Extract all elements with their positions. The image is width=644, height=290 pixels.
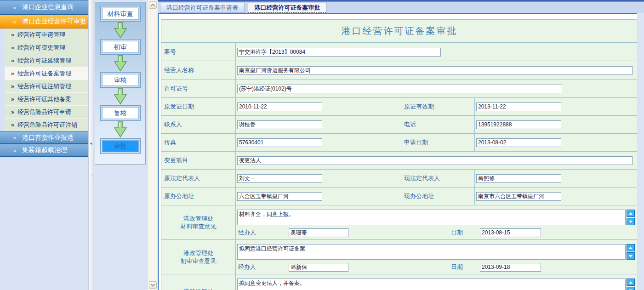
workflow-step-label: 初审 [102,41,139,53]
first-review-date-input[interactable] [480,263,541,272]
phone-label: 电话 [401,116,475,134]
sidebar-submenu: » 经营许可申请管理 » 经营许可变更管理 » 经营许可证延续管理 » 经营许可… [0,28,88,131]
phone-input[interactable] [476,120,561,129]
contact-person-input[interactable] [237,120,322,129]
apply-date-input[interactable] [476,138,561,147]
chevron-right-icon: » [11,109,17,115]
sidebar-subitem-license-change[interactable]: » 经营许可变更管理 [5,41,88,54]
operator-name-input[interactable] [237,66,633,75]
sidebar-splitter[interactable]: ◄ ⋮ [88,0,93,290]
orig-issue-date-input[interactable] [237,102,322,111]
chevron-right-icon: » [13,4,22,11]
chevron-right-icon: » [11,96,17,102]
orig-issue-date-label: 原发证日期 [161,98,236,116]
scroll-down-button[interactable] [149,281,157,289]
sidebar-item-label: 港口普货作业报港 [22,134,74,142]
arrow-up-icon [629,212,633,215]
spinner-down-button[interactable] [627,218,635,225]
arrow-down-icon [629,221,633,223]
sidebar-nav: » 港口企业信息查询 » 港口企业经营许可审批 » 经营许可申请管理 » 经营许… [0,0,88,290]
spinner-buttons [627,279,635,290]
sidebar-item-container-overload[interactable]: » 集装箱超载治理 [0,144,88,157]
change-item-label: 变更项目 [161,152,236,170]
date-label: 日期 [451,228,463,237]
workflow-step-recheck[interactable]: 复核 [100,105,141,121]
case-no-label: 案号 [161,43,236,61]
opinion-type: 材料审查意见 [161,222,235,230]
case-no-input[interactable] [237,48,441,57]
chevron-right-icon: » [11,32,17,38]
form-panel: 港口经营许可证备案审批 案号 经营人名称 许可证号 [158,13,637,290]
arrow-down-icon [114,88,127,105]
scroll-up-button[interactable] [149,1,157,9]
chevron-right-icon: » [11,57,17,64]
material-review-date-input[interactable] [480,228,541,237]
workflow-step-material-review[interactable]: 材料审查 [100,6,141,22]
sidebar-subitem-license-other-record[interactable]: » 经营许可证其他备案 [5,93,88,106]
chevron-up-icon [151,4,155,8]
chevron-right-icon: » [13,134,22,141]
sidebar-subitem-license-extend[interactable]: » 经营许可证延续管理 [5,54,88,67]
spinner-up-button[interactable] [627,279,635,286]
sidebar-item-cargo-report[interactable]: » 港口普货作业报港 [0,131,88,144]
orig-office-addr-input[interactable] [237,192,322,201]
workflow-step-first-review[interactable]: 初审 [100,39,141,55]
sidebar-item-port-info-query[interactable]: » 港口企业信息查询 [0,0,88,15]
sidebar-subitem-dangerous-cancel[interactable]: » 经营危险品许可证注销 [5,119,88,131]
chevron-right-icon: » [11,70,17,77]
workflow-step-label: 材料审查 [102,8,139,20]
orig-valid-date-label: 原证有效期 [401,98,475,116]
material-review-comment-textarea[interactable]: 材料齐全，同意上报。 [237,210,626,225]
operator-name-label: 经营人名称 [161,61,236,80]
sidebar-subitem-dangerous-apply[interactable]: » 经营危险品许可申请 [5,106,88,119]
dept-name: 港政管理处 [161,249,235,257]
sidebar-subitem-license-record[interactable]: » 经营许可证备案管理 [5,67,88,80]
arrow-down-icon [629,255,633,257]
subitem-label: 经营危险品许可证注销 [17,121,77,129]
tab-bar: 港口经营许可证备案申请表 港口经营许可证备案审批 [158,0,644,13]
orig-valid-date-input[interactable] [476,102,561,111]
tab-record-approval[interactable]: 港口经营许可证备案审批 [248,3,326,13]
spinner-buttons [627,244,635,261]
subitem-label: 经营许可证注销管理 [17,82,71,91]
sidebar-item-label: 港口企业经营许可审批 [22,17,86,26]
workflow-step-label: 审批 [102,140,139,152]
tab-application-form[interactable]: 港口经营许可证备案申请表 [160,3,245,13]
spinner-down-button[interactable] [627,287,635,290]
orig-legal-rep-input[interactable] [237,174,322,183]
sidebar-item-license-approval[interactable]: » 港口企业经营许可审批 [0,15,88,28]
vertical-scrollbar[interactable] [148,0,158,290]
spinner-up-button[interactable] [627,210,635,217]
material-review-handler-input[interactable] [289,228,348,237]
change-item-input[interactable] [237,156,633,165]
workflow-step-review[interactable]: 审核 [100,72,141,88]
first-review-handler-input[interactable] [289,263,348,272]
arrow-up-icon [629,247,633,249]
fax-input[interactable] [237,138,322,147]
sidebar-item-label: 集装箱超载治理 [22,146,67,154]
curr-office-addr-input[interactable] [476,192,561,201]
first-review-opinion-label: 港政管理处 初审审查意见 [161,240,236,274]
material-review-opinion-label: 港政管理处 材料审查意见 [161,205,236,240]
approval-form-table: 港口经营许可证备案审批 案号 经营人名称 许可证号 [161,19,637,290]
workflow-step-label: 审核 [102,74,139,86]
license-no-input[interactable] [237,85,562,93]
app-window: » 港口企业信息查询 » 港口企业经营许可审批 » 经营许可申请管理 » 经营许… [0,0,644,290]
date-label: 日期 [451,263,463,271]
arrow-down-icon [114,121,127,138]
chevron-right-icon: » [11,83,17,90]
port-dev-comment-textarea[interactable]: 拟同意变更法人，并备案。 [237,279,626,290]
form-title: 港口经营许可证备案审批 [161,20,638,43]
workflow-step-approve[interactable]: 审批 [100,138,141,154]
spinner-down-button[interactable] [627,252,635,260]
contact-person-label: 联系人 [161,116,236,134]
curr-legal-rep-input[interactable] [476,174,561,183]
spinner-buttons [627,210,635,226]
spinner-up-button[interactable] [627,244,635,251]
sidebar-subitem-license-apply[interactable]: » 经营许可申请管理 [5,28,88,41]
subitem-label: 经营许可证备案管理 [17,69,71,78]
subitem-label: 经营危险品许可申请 [17,108,71,116]
chevron-down-icon [151,282,155,287]
sidebar-subitem-license-cancel[interactable]: » 经营许可证注销管理 [5,80,88,93]
first-review-comment-textarea[interactable]: 拟同意港口经营许可证备案 [237,244,626,260]
